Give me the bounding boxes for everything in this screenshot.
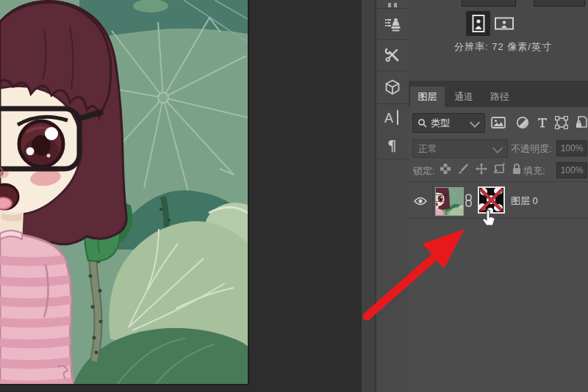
filter-pixel-layers-button[interactable]: [490, 115, 507, 131]
opacity-label: 不透明度:: [511, 142, 552, 156]
fill-label: 填充:: [523, 164, 545, 178]
character-panel-button[interactable]: A: [376, 104, 409, 131]
blend-mode-value: 正常: [418, 142, 437, 156]
blend-mode-dropdown[interactable]: 正常: [412, 139, 508, 158]
layer-thumbnail-image: [436, 188, 463, 215]
lock-pixels-button[interactable]: [455, 161, 471, 177]
partial-icon: [387, 1, 398, 7]
filter-smart-objects-button[interactable]: [573, 115, 588, 131]
search-icon: [417, 118, 428, 128]
orientation-portrait-button[interactable]: [466, 11, 490, 36]
svg-text:A: A: [384, 111, 393, 126]
layer-name: 图层 0: [511, 195, 538, 208]
chevron-down-icon: [492, 143, 503, 153]
chevron-down-icon: [470, 117, 480, 128]
checkerboard-icon: [440, 164, 451, 174]
filter-type-layers-button[interactable]: [534, 115, 551, 131]
document-canvas[interactable]: [0, 0, 249, 385]
panel-dock-gutter: [362, 0, 376, 392]
artwork-illustration: [0, 0, 248, 384]
layer-visibility-toggle[interactable]: [409, 184, 433, 218]
tool-presets-panel-button[interactable]: [376, 40, 409, 70]
lock-icon: [512, 163, 522, 175]
clipped-input-field[interactable]: [462, 0, 516, 7]
move-arrows-icon: [476, 163, 487, 175]
artboard-frame-icon: [493, 163, 506, 175]
layer-mask-thumbnail-disabled[interactable]: [478, 186, 505, 214]
layer-thumbnail[interactable]: [435, 187, 464, 216]
disabled-mask-image: [479, 188, 503, 212]
filter-kind-label: 类型: [431, 117, 450, 130]
paragraph-panel-button[interactable]: ¶: [376, 131, 409, 159]
resolution-readout: 分辨率: 72 像素/英寸: [454, 40, 552, 54]
lock-all-button[interactable]: [509, 161, 525, 177]
layer-filter-kind-dropdown[interactable]: 类型: [412, 113, 485, 133]
layers-panel-body: 类型: [409, 107, 588, 392]
lock-position-button[interactable]: [473, 161, 490, 177]
3d-cube-icon: [384, 79, 401, 96]
tool-presets-icon: [384, 46, 401, 64]
orientation-landscape-button[interactable]: [492, 11, 517, 36]
clone-source-icon: [384, 15, 401, 33]
opacity-value-field[interactable]: 100%: [556, 140, 587, 156]
fill-value-field[interactable]: 100%: [556, 162, 587, 178]
right-panel-area: 分辨率: 72 像素/英寸 图层 通道 路径 类型: [409, 0, 588, 392]
paragraph-icon: ¶: [384, 136, 401, 153]
tab-channels[interactable]: 通道: [446, 87, 481, 107]
lock-label: 锁定:: [413, 164, 435, 178]
smart-object-lock-icon: [576, 116, 587, 129]
layers-panel-tabbar: 图层 通道 路径: [409, 81, 588, 107]
character-icon: A: [383, 109, 402, 126]
tab-layers[interactable]: 图层: [410, 87, 445, 107]
3d-panel-button[interactable]: [376, 71, 409, 104]
filter-shape-layers-button[interactable]: [553, 115, 570, 131]
svg-text:¶: ¶: [387, 137, 397, 153]
lock-artboard-button[interactable]: [491, 161, 507, 177]
shape-frame-icon: [555, 116, 568, 129]
layer-row[interactable]: 图层 0: [409, 184, 588, 218]
tab-paths[interactable]: 路径: [483, 87, 517, 107]
adjustment-circle-icon: [516, 116, 529, 129]
portrait-orientation-icon: [471, 14, 486, 33]
landscape-orientation-icon: [494, 16, 514, 31]
image-icon: [491, 117, 506, 128]
eye-icon: [414, 197, 427, 206]
type-T-icon: [537, 117, 548, 128]
panel-icon-dock: A ¶: [376, 0, 409, 392]
clone-source-panel-button[interactable]: [376, 9, 409, 39]
mask-link-icon[interactable]: [465, 194, 473, 210]
clipped-input-field[interactable]: [534, 0, 585, 7]
clipped-panel-icon[interactable]: [376, 0, 409, 8]
chain-glyph: [465, 194, 473, 207]
brush-icon: [457, 163, 469, 175]
lock-transparency-button[interactable]: [437, 161, 453, 177]
filter-adjustment-layers-button[interactable]: [514, 115, 531, 131]
photoshop-window: A ¶: [0, 0, 588, 392]
